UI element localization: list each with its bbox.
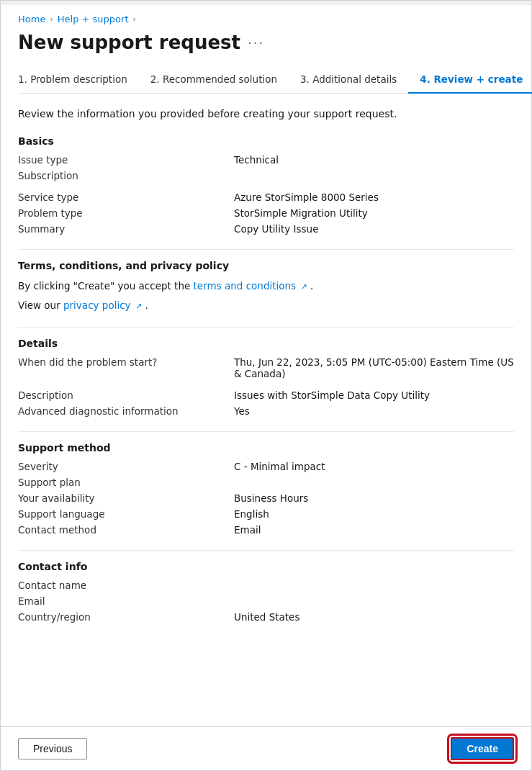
field-label-service-type: Service type (18, 191, 234, 203)
field-label-country-region: Country/region (18, 611, 234, 623)
terms-and-conditions-link[interactable]: terms and conditions (194, 280, 297, 292)
field-value-problem-start: Thu, Jun 22, 2023, 5:05 PM (UTC-05:00) E… (234, 356, 514, 379)
review-description: Review the information you provided befo… (18, 108, 514, 120)
field-support-plan: Support plan (18, 477, 514, 488)
field-label-problem-start: When did the problem start? (18, 356, 234, 368)
field-label-severity: Severity (18, 461, 234, 472)
privacy-policy-link[interactable]: privacy policy (63, 299, 131, 311)
wizard-step-1[interactable]: 1. Problem description (18, 68, 139, 94)
field-label-subscription: Subscription (18, 170, 234, 181)
contact-info-title: Contact info (18, 561, 514, 572)
privacy-prefix: View our (18, 299, 63, 311)
field-value-contact-method: Email (234, 524, 514, 536)
step-3-label: 3. Additional details (300, 73, 397, 85)
step-1-label: 1. Problem description (18, 73, 127, 85)
field-value-country-region: United States (234, 611, 514, 623)
step-2-label: 2. Recommended solution (150, 73, 277, 85)
wizard-steps: 1. Problem description 2. Recommended so… (18, 68, 514, 94)
terms-prefix: By clicking "Create" you accept the (18, 280, 194, 292)
field-email: Email (18, 595, 514, 607)
page-menu-icon[interactable]: ··· (248, 35, 264, 50)
terms-title: Terms, conditions, and privacy policy (18, 260, 514, 271)
previous-button[interactable]: Previous (18, 738, 87, 759)
field-description: Description Issues with StorSimple Data … (18, 389, 514, 401)
basics-title: Basics (18, 135, 514, 147)
field-value-support-language: English (234, 508, 514, 520)
breadcrumb: Home › Help + support › (18, 14, 514, 24)
field-problem-start: When did the problem start? Thu, Jun 22,… (18, 356, 514, 379)
field-value-severity: C - Minimal impact (234, 461, 514, 472)
divider-4 (18, 550, 514, 551)
external-icon-terms: ↗ (300, 282, 307, 292)
step-4-label: 4. Review + create (420, 73, 523, 85)
wizard-step-4[interactable]: 4. Review + create (408, 68, 532, 94)
main-content: Home › Help + support › New support requ… (1, 5, 531, 726)
field-support-language: Support language English (18, 508, 514, 520)
field-label-contact-name: Contact name (18, 580, 234, 591)
field-label-summary: Summary (18, 223, 234, 235)
breadcrumb-sep-2: › (133, 14, 136, 24)
breadcrumb-help-support[interactable]: Help + support (58, 14, 129, 24)
field-problem-type: Problem type StorSimple Migration Utilit… (18, 207, 514, 219)
divider-2 (18, 327, 514, 328)
field-label-support-plan: Support plan (18, 477, 234, 488)
field-value-advanced-diag: Yes (234, 405, 514, 417)
basics-section: Basics Issue type Technical Subscription… (18, 135, 514, 235)
details-title: Details (18, 338, 514, 349)
field-value-description: Issues with StorSimple Data Copy Utility (234, 389, 514, 401)
support-method-section: Support method Severity C - Minimal impa… (18, 442, 514, 536)
field-label-email: Email (18, 595, 234, 607)
support-method-title: Support method (18, 442, 514, 454)
terms-suffix: . (310, 280, 313, 292)
field-advanced-diag: Advanced diagnostic information Yes (18, 405, 514, 417)
field-value-service-type: Azure StorSimple 8000 Series (234, 191, 514, 203)
breadcrumb-sep-1: › (50, 14, 53, 24)
contact-info-section: Contact info Contact name Email Country/… (18, 561, 514, 623)
field-country-region: Country/region United States (18, 611, 514, 623)
field-value-problem-type: StorSimple Migration Utility (234, 207, 514, 219)
page-title-row: New support request ··· (18, 32, 514, 53)
field-label-support-language: Support language (18, 508, 234, 520)
field-subscription: Subscription (18, 170, 514, 181)
external-icon-privacy: ↗ (135, 302, 142, 311)
field-value-availability: Business Hours (234, 492, 514, 504)
field-availability: Your availability Business Hours (18, 492, 514, 504)
field-value-issue-type: Technical (234, 154, 514, 166)
field-value-summary: Copy Utility Issue (234, 223, 514, 235)
footer: Previous Create (1, 726, 531, 770)
create-button[interactable]: Create (451, 737, 514, 760)
page-title: New support request (18, 32, 240, 53)
field-label-contact-method: Contact method (18, 524, 234, 536)
field-contact-name: Contact name (18, 580, 514, 591)
field-contact-method: Contact method Email (18, 524, 514, 536)
field-label-description: Description (18, 389, 234, 401)
divider-3 (18, 431, 514, 432)
field-label-problem-type: Problem type (18, 207, 234, 219)
terms-line1: By clicking "Create" you accept the term… (18, 279, 514, 294)
terms-section: Terms, conditions, and privacy policy By… (18, 260, 514, 312)
field-service-type: Service type Azure StorSimple 8000 Serie… (18, 191, 514, 203)
terms-line2: View our privacy policy ↗ . (18, 298, 514, 313)
wizard-step-2[interactable]: 2. Recommended solution (139, 68, 289, 94)
page-wrapper: Home › Help + support › New support requ… (0, 0, 532, 771)
field-issue-type: Issue type Technical (18, 154, 514, 166)
privacy-suffix: . (145, 299, 148, 311)
breadcrumb-home[interactable]: Home (18, 14, 45, 24)
divider-1 (18, 249, 514, 250)
field-severity: Severity C - Minimal impact (18, 461, 514, 472)
details-section: Details When did the problem start? Thu,… (18, 338, 514, 417)
field-label-advanced-diag: Advanced diagnostic information (18, 405, 234, 417)
field-label-issue-type: Issue type (18, 154, 234, 166)
field-summary: Summary Copy Utility Issue (18, 223, 514, 235)
wizard-step-3[interactable]: 3. Additional details (289, 68, 408, 94)
field-label-availability: Your availability (18, 492, 234, 504)
